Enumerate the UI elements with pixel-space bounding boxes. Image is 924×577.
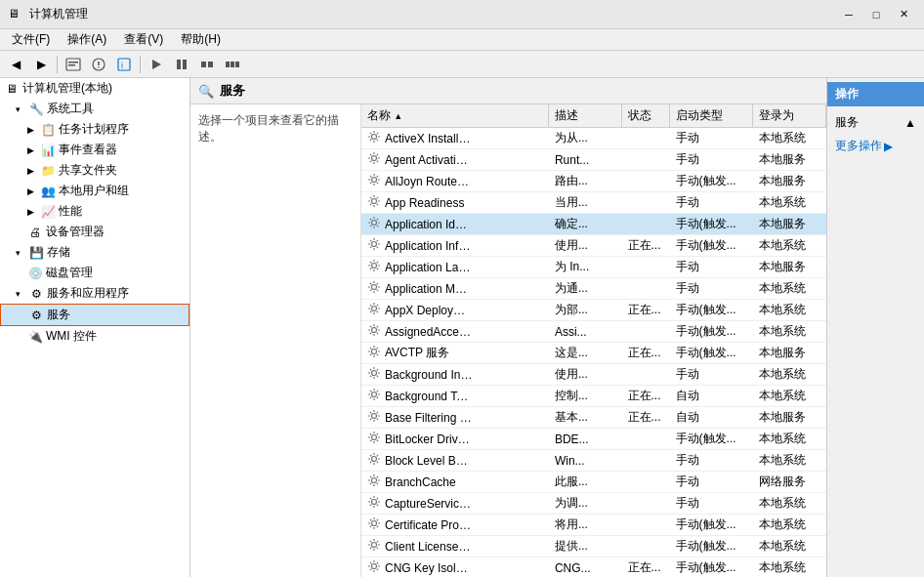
- services-folder-icon: ⚙: [28, 286, 44, 302]
- tree-performance[interactable]: ▶ 📈 性能: [0, 201, 189, 222]
- service-login-cell: 本地系统: [753, 515, 826, 536]
- table-row[interactable]: BranchCache此服...手动网络服务: [361, 472, 826, 493]
- expand-arrow4: ▶: [27, 166, 37, 176]
- tree-disk-mgmt[interactable]: 💿 磁盘管理: [0, 263, 189, 283]
- minimize-button[interactable]: ─: [836, 5, 861, 24]
- svg-point-24: [372, 307, 377, 311]
- svg-point-21: [372, 242, 377, 247]
- service-login-cell: 本地系统: [753, 386, 826, 407]
- toolbar-btn2[interactable]: [87, 54, 110, 75]
- service-desc-cell: BDE...: [549, 429, 622, 450]
- table-row[interactable]: Application Identity确定...手动(触发...本地服务: [361, 214, 826, 235]
- storage-icon: 💾: [28, 245, 44, 261]
- table-row[interactable]: CaptureService_4a6c6为调...手动本地系统: [361, 493, 826, 515]
- table-row[interactable]: AllJoyn Router Service路由...手动(触发...本地服务: [361, 171, 826, 192]
- maximize-button[interactable]: □: [863, 5, 889, 24]
- table-row[interactable]: AVCTP 服务这是...正在...手动(触发...本地服务: [361, 343, 826, 364]
- menu-action[interactable]: 操作(A): [60, 29, 114, 50]
- menu-view[interactable]: 查看(V): [116, 29, 171, 50]
- service-login-cell: 本地服务: [753, 171, 826, 192]
- col-desc-header[interactable]: 描述: [549, 104, 622, 128]
- close-button[interactable]: ✕: [891, 5, 916, 24]
- service-name-text: Application Information: [385, 239, 473, 253]
- col-startup-header[interactable]: 启动类型: [670, 104, 753, 128]
- expand-arrow3: ▶: [27, 145, 37, 155]
- service-desc-cell: 为 In...: [549, 257, 622, 278]
- service-startup-cell: 手动: [670, 364, 753, 386]
- service-name-text: Agent Activation Runtime...: [385, 153, 473, 167]
- service-name-text: ActiveX Installer (AxInstSV): [385, 132, 473, 145]
- menu-file[interactable]: 文件(F): [4, 29, 58, 50]
- svg-point-29: [372, 414, 377, 419]
- more-actions-item[interactable]: 更多操作 ▶: [827, 135, 924, 157]
- tree-system-tools[interactable]: ▾ 🔧 系统工具: [0, 99, 189, 119]
- table-row[interactable]: AssignedAccessManager...Assi...手动(触发...本…: [361, 321, 826, 343]
- table-row[interactable]: Client License Service (Cli...提供...手动(触发…: [361, 536, 826, 557]
- service-login-cell: 本地系统: [753, 429, 826, 450]
- table-row[interactable]: Application Management为通...手动本地系统: [361, 278, 826, 300]
- service-icon: [367, 280, 381, 297]
- service-icon: [367, 194, 381, 211]
- toolbar-back[interactable]: ◀: [4, 54, 27, 75]
- service-status-cell: [622, 515, 670, 536]
- table-row[interactable]: Application Information使用...正在...手动(触发..…: [361, 235, 826, 257]
- svg-rect-13: [226, 62, 230, 67]
- tree-services[interactable]: ⚙ 服务: [0, 304, 189, 326]
- tree-root[interactable]: 🖥 计算机管理(本地): [0, 78, 189, 99]
- tree-local-users[interactable]: ▶ 👥 本地用户和组: [0, 181, 189, 201]
- service-status-cell: [622, 536, 670, 557]
- toolbar-btn5[interactable]: [170, 54, 193, 75]
- toolbar-btn4[interactable]: [145, 54, 168, 75]
- tree-task-scheduler[interactable]: ▶ 📋 任务计划程序: [0, 119, 189, 140]
- toolbar-forward[interactable]: ▶: [29, 54, 53, 75]
- toolbar-btn1[interactable]: [62, 54, 85, 75]
- table-row[interactable]: Certificate Propagation将用...手动(触发...本地系统: [361, 515, 826, 536]
- service-icon: [367, 345, 381, 361]
- service-icon: [367, 237, 381, 254]
- service-login-cell: 本地系统: [753, 557, 826, 578]
- table-row[interactable]: Application Layer Gatewa...为 In...手动本地服务: [361, 257, 826, 278]
- toolbar-btn3[interactable]: i: [112, 54, 136, 75]
- table-row[interactable]: Background Tasks Infras...控制...正在...自动本地…: [361, 386, 826, 407]
- service-desc-cell: 将用...: [549, 515, 622, 536]
- col-status-header[interactable]: 状态: [622, 104, 670, 128]
- col-login-header[interactable]: 登录为: [753, 104, 826, 128]
- table-row[interactable]: Base Filtering Engine基本...正在...自动本地服务: [361, 407, 826, 429]
- service-startup-cell: 自动: [670, 407, 753, 429]
- table-row[interactable]: Background Intelligent T...使用...手动本地系统: [361, 364, 826, 386]
- toolbar: ◀ ▶ i: [0, 51, 924, 78]
- services-table-wrapper[interactable]: 名称 ▲ 描述 状态 启动类型 登录为 ActiveX Installer (A…: [361, 104, 826, 577]
- service-icon: [367, 366, 381, 383]
- table-row[interactable]: Agent Activation Runtime...Runt...手动本地服务: [361, 149, 826, 171]
- table-row[interactable]: Block Level Backup Engi...Win...手动本地系统: [361, 450, 826, 472]
- svg-point-32: [372, 478, 377, 483]
- tree-services-apps[interactable]: ▾ ⚙ 服务和应用程序: [0, 283, 189, 304]
- tree-storage[interactable]: ▾ 💾 存储: [0, 242, 189, 263]
- table-row[interactable]: CNG Key IsolationCNG...正在...手动(触发...本地系统: [361, 557, 826, 578]
- table-row[interactable]: AppX Deployment Servic...为部...正在...手动(触发…: [361, 300, 826, 321]
- service-icon: [367, 216, 381, 232]
- tree-wmi[interactable]: 🔌 WMI 控件: [0, 326, 189, 347]
- service-name-cell: Background Intelligent T...: [361, 364, 479, 385]
- tree-event-viewer[interactable]: ▶ 📊 事件查看器: [0, 140, 189, 160]
- tree-device-manager[interactable]: 🖨 设备管理器: [0, 222, 189, 242]
- tree-shared-folders[interactable]: ▶ 📁 共享文件夹: [0, 160, 189, 181]
- svg-point-20: [372, 221, 377, 226]
- service-name-text: BitLocker Drive Encryptio...: [385, 433, 473, 446]
- table-row[interactable]: ActiveX Installer (AxInstSV)为从...手动本地系统: [361, 128, 826, 149]
- table-row[interactable]: BitLocker Drive Encryptio...BDE...手动(触发.…: [361, 429, 826, 450]
- menu-help[interactable]: 帮助(H): [173, 29, 229, 50]
- service-name-cell: BitLocker Drive Encryptio...: [361, 429, 479, 449]
- service-icon: [367, 259, 381, 275]
- service-name-text: Application Layer Gatewa...: [385, 261, 473, 274]
- table-row[interactable]: App Readiness当用...手动本地系统: [361, 192, 826, 214]
- svg-point-34: [372, 521, 377, 526]
- expand-arrow7: ▾: [16, 248, 25, 258]
- service-startup-cell: 手动(触发...: [670, 557, 753, 578]
- service-desc-cell: 此服...: [549, 472, 622, 493]
- service-desc-cell: Runt...: [549, 149, 622, 171]
- toolbar-btn7[interactable]: [221, 54, 244, 75]
- service-startup-cell: 手动(触发...: [670, 321, 753, 343]
- col-name-header[interactable]: 名称 ▲: [361, 104, 549, 128]
- toolbar-btn6[interactable]: [195, 54, 219, 75]
